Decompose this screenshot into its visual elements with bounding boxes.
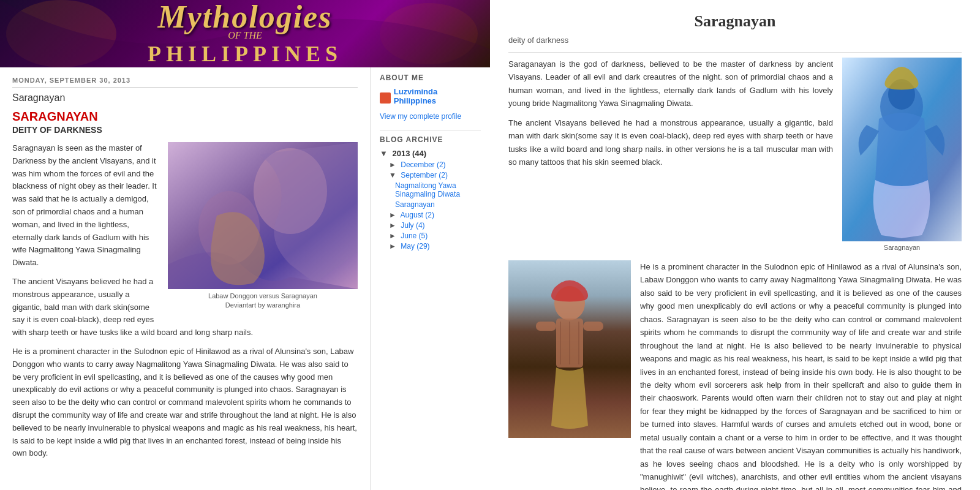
- main-content: MONDAY, SEPTEMBER 30, 2013 Saragnayan SA…: [0, 67, 371, 490]
- archive-june[interactable]: ► June (5): [389, 232, 481, 240]
- right-content-area: Saraganayan is the god of darkness, beli…: [508, 58, 962, 251]
- blog-title: Mythologies: [158, 1, 333, 33]
- header-of-text: OF THE: [228, 30, 262, 41]
- post-art: [168, 142, 358, 289]
- post-image-caption: Labaw Donggon versus Saragnayan Devianta…: [168, 292, 358, 311]
- right-paragraph-1: Saraganayan is the god of darkness, beli…: [508, 58, 833, 110]
- right-article-title: Saragnayan: [508, 12, 962, 31]
- right-bottom-image: [508, 260, 631, 438]
- about-me-heading: ABOUT ME: [380, 74, 481, 82]
- may-toggle[interactable]: ►: [389, 242, 396, 251]
- right-text-lower: He is a prominent character in the Sulod…: [640, 260, 962, 490]
- blog-archive-heading: BLOG ARCHIVE: [380, 135, 481, 144]
- right-divider-top: [508, 52, 962, 53]
- post-image-container: Labaw Donggon versus Saragnayan Devianta…: [168, 142, 358, 311]
- post-image: [168, 142, 358, 289]
- sep-toggle[interactable]: ▼: [389, 171, 396, 179]
- header-title-group: Mythologies OF THE PHILIPPINES: [148, 1, 342, 67]
- post-title: Saragnayan: [12, 92, 358, 104]
- year-toggle[interactable]: ▼: [380, 149, 388, 158]
- archive-december[interactable]: ► December (2): [389, 160, 481, 169]
- header-philippines: PHILIPPINES: [148, 41, 342, 67]
- right-top-image-caption: Saragnayan: [884, 244, 920, 251]
- date-label: MONDAY, SEPTEMBER 30, 2013: [12, 77, 358, 88]
- archive-may[interactable]: ► May (29): [389, 242, 481, 251]
- right-panel: Saragnayan deity of darkness Saraganayan…: [490, 0, 980, 490]
- right-top-image: [842, 58, 962, 241]
- archive-september[interactable]: ▼ September (2): [389, 171, 481, 179]
- archive-august[interactable]: ► August (2): [389, 211, 481, 219]
- post-paragraph-3: He is a prominent character in the Sulod…: [12, 345, 358, 460]
- post-link-saragnayan[interactable]: Saragnayan: [395, 200, 481, 209]
- right-lower-area: He is a prominent character in the Sulod…: [508, 260, 962, 490]
- blogger-icon: [380, 92, 391, 104]
- post-heading: SARAGNAYAN: [12, 110, 358, 124]
- jun-toggle[interactable]: ►: [389, 232, 396, 240]
- user-name[interactable]: Luzviminda Philippines: [394, 87, 481, 105]
- right-paragraph-2: The ancient Visayans believed he had a m…: [508, 116, 833, 169]
- left-body: MONDAY, SEPTEMBER 30, 2013 Saragnayan SA…: [0, 67, 490, 490]
- header-background: Mythologies OF THE PHILIPPINES: [0, 0, 490, 67]
- right-text-main: Saraganayan is the god of darkness, beli…: [508, 58, 833, 251]
- svg-rect-11: [536, 322, 556, 331]
- archive-year[interactable]: 2013 (44): [393, 149, 427, 158]
- archive-july[interactable]: ► July (4): [389, 221, 481, 230]
- aug-toggle[interactable]: ►: [389, 211, 396, 219]
- right-image-top-container: Saragnayan: [842, 58, 962, 251]
- svg-rect-12: [583, 322, 603, 331]
- right-article-subtitle: deity of darkness: [508, 36, 962, 45]
- sidebar-divider: [380, 130, 481, 130]
- sidebar: ABOUT ME Luzviminda Philippines View my …: [371, 67, 490, 490]
- dec-toggle[interactable]: ►: [389, 160, 396, 169]
- right-image-bottom-container: [508, 260, 631, 490]
- view-profile-link[interactable]: View my complete profile: [380, 112, 481, 121]
- blog-header: Mythologies OF THE PHILIPPINES: [0, 0, 490, 67]
- post-subheading: DEITY OF DARKNESS: [12, 125, 358, 135]
- left-panel: Mythologies OF THE PHILIPPINES MONDAY, S…: [0, 0, 490, 490]
- post-link-nagmalitong[interactable]: Nagmalitong Yawa Sinagmaling Diwata: [395, 181, 481, 198]
- jul-toggle[interactable]: ►: [389, 221, 396, 230]
